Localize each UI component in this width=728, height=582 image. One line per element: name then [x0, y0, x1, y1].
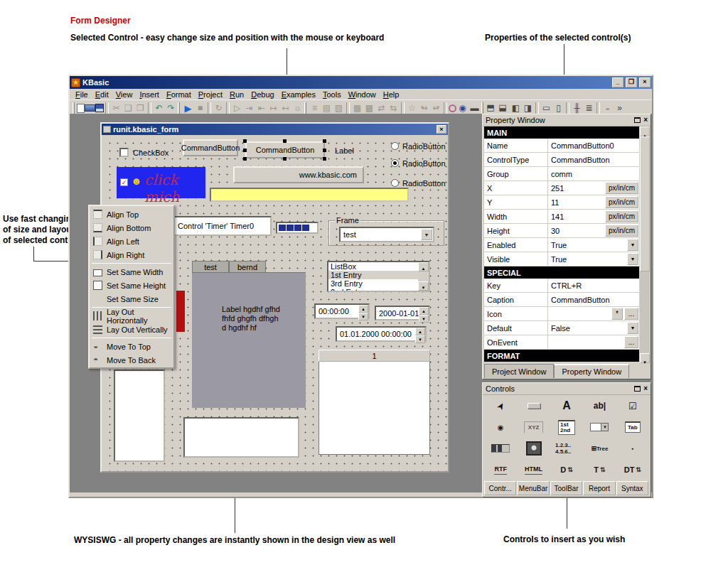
commandbutton-tool-icon[interactable]	[528, 403, 540, 409]
unit-button[interactable]: px/in/cm	[605, 210, 638, 222]
progressbar-tool-icon[interactable]	[491, 444, 510, 453]
list-item[interactable]: 2nd Entry	[328, 288, 429, 292]
menu-item[interactable]: Debug	[247, 90, 277, 99]
title-bar[interactable]: ★ KBasic _ ❐ ×	[70, 76, 652, 89]
resize-handle[interactable]	[323, 149, 326, 152]
scroll-down-icon[interactable]	[640, 353, 650, 363]
tab-test[interactable]: test	[192, 261, 229, 272]
palette-tab[interactable]: ToolBar	[550, 481, 582, 495]
toolbar-separator[interactable]	[401, 102, 405, 114]
command-button-selected[interactable]: CommandButton	[245, 141, 325, 158]
command-button-1[interactable]: CommandButton	[183, 139, 238, 156]
browse-button[interactable]: ...	[624, 336, 638, 348]
frame-combobox[interactable]: test	[339, 227, 434, 242]
property-value[interactable]	[548, 307, 611, 320]
menu-item-layout-horizontal[interactable]: Lay Out Horizontally	[90, 309, 173, 323]
palette-tab[interactable]: Syntax	[616, 481, 648, 495]
align-left-icon[interactable]: ◧	[510, 102, 522, 114]
layout-vertical-icon[interactable]: ≣	[583, 102, 595, 114]
tab-property-window[interactable]: Property Window	[554, 364, 629, 378]
document-icon[interactable]: ▤	[321, 102, 333, 114]
menu-item-same-height[interactable]: Set Same Height	[90, 279, 173, 292]
screen-icon[interactable]: ▬	[469, 102, 481, 114]
frame-tool-icon[interactable]: XYZ	[524, 421, 544, 433]
property-value[interactable]: 30	[548, 224, 604, 237]
build-icon[interactable]: ↻	[213, 102, 225, 114]
checkbox-tool-icon[interactable]: ☑	[628, 401, 637, 411]
property-value[interactable]	[548, 335, 623, 349]
tab-panel[interactable]: Label hgdhf gfhd fhfd ghgfh dfhgh d hgdh…	[192, 272, 306, 408]
dropdown-icon[interactable]	[627, 322, 638, 334]
yellow-textbox[interactable]	[210, 188, 409, 202]
same-height-icon[interactable]: ▯	[552, 102, 564, 114]
menu-item-align-left[interactable]: Align Left	[90, 235, 173, 248]
label-control[interactable]: Label	[335, 146, 354, 155]
property-value[interactable]: CommandButton	[548, 153, 639, 166]
toolbar-separator[interactable]	[148, 102, 151, 114]
undo-icon[interactable]: ↶	[153, 102, 165, 114]
menu-item[interactable]: File	[72, 90, 92, 99]
combobox-dropdown-icon[interactable]	[421, 229, 432, 240]
zoom-icon[interactable]	[449, 104, 456, 112]
new-icon[interactable]	[77, 104, 85, 113]
spinner-buttons[interactable]	[415, 328, 425, 340]
tree-tool-icon[interactable]: Tree	[591, 445, 608, 452]
list-item[interactable]: 3rd Entry	[328, 279, 429, 288]
table-body[interactable]	[318, 362, 430, 455]
radio-button-1[interactable]	[391, 142, 399, 150]
toolbar-separator[interactable]	[535, 102, 539, 114]
scroll-up-icon[interactable]	[418, 262, 429, 271]
property-value[interactable]: 251	[548, 181, 604, 195]
same-width-icon[interactable]: ▭	[540, 102, 552, 114]
spinner-buttons[interactable]	[419, 307, 429, 319]
small-checkbox[interactable]: ✓	[120, 178, 128, 186]
numberlist-tool-icon[interactable]: 1.2.3.. 4.5.6..	[555, 442, 578, 455]
tab-project-window[interactable]: Project Window	[484, 364, 554, 378]
menu-item-align-top[interactable]: Align Top	[90, 208, 173, 221]
close-button[interactable]: ×	[639, 77, 651, 87]
step-over-icon[interactable]: ⇤	[255, 102, 267, 114]
resize-handle[interactable]	[243, 139, 247, 143]
layout-horizontal-icon[interactable]: ╫	[571, 102, 583, 114]
radiobutton-tool-icon[interactable]: ◉	[498, 424, 504, 431]
property-value[interactable]: True	[548, 238, 626, 252]
red-bar-control[interactable]	[176, 291, 185, 332]
panel-close-icon[interactable]: ×	[643, 385, 648, 392]
resize-handle[interactable]	[243, 149, 247, 152]
indent-icon[interactable]: ⇄	[375, 102, 387, 114]
bottom-textarea[interactable]	[183, 417, 299, 458]
find-icon[interactable]: ▧	[333, 102, 345, 114]
resize-handle[interactable]	[323, 139, 326, 143]
dot-tool-icon[interactable]: ▪	[631, 446, 633, 452]
tab-tool-icon[interactable]: Tab	[625, 421, 641, 433]
scroll-up-icon[interactable]	[640, 126, 650, 136]
datespin-tool-icon[interactable]: D	[560, 465, 573, 474]
redo-icon[interactable]: ↷	[165, 102, 177, 114]
cut-icon[interactable]: ✂	[110, 102, 122, 114]
property-value[interactable]: False	[548, 321, 626, 335]
datetimespin-tool-icon[interactable]: DT	[624, 465, 641, 474]
scroll-down-icon[interactable]	[418, 281, 429, 291]
next-bookmark-icon[interactable]: ↬	[418, 102, 430, 114]
properties-icon[interactable]: ▦	[351, 102, 363, 114]
palette-tab[interactable]: MenuBar	[517, 481, 549, 495]
toolbar-handle[interactable]	[73, 102, 75, 114]
web-icon[interactable]: ◉	[456, 102, 469, 114]
timespin-tool-icon[interactable]: T	[594, 465, 605, 474]
step-into-icon[interactable]: ⇥	[243, 102, 255, 114]
spinner-buttons[interactable]	[358, 305, 368, 318]
debug-run-icon[interactable]: ▷	[231, 102, 243, 114]
pointer-tool-icon[interactable]: ➤	[494, 400, 507, 412]
stop-icon[interactable]: ■	[194, 102, 206, 114]
toolbar-handle[interactable]	[304, 102, 306, 114]
icon-picker-button[interactable]: *	[611, 308, 623, 320]
form-view-icon[interactable]: ▩	[363, 102, 375, 114]
toolbar-separator[interactable]	[444, 102, 447, 114]
run-to-cursor-icon[interactable]: ↤	[279, 102, 291, 114]
step-out-icon[interactable]: ↦	[267, 102, 279, 114]
menu-item[interactable]: Help	[380, 90, 403, 99]
menu-item-move-to-back[interactable]: Move To Back	[90, 353, 173, 367]
menu-item-layout-vertical[interactable]: Lay Out Vertically	[90, 323, 173, 336]
toolbar-separator[interactable]	[105, 102, 109, 114]
image-tool-icon[interactable]	[526, 441, 542, 456]
